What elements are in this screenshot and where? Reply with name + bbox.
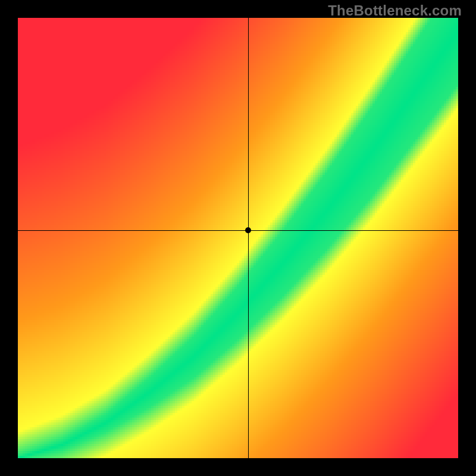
crosshair-vertical [248,18,249,458]
marker-dot [245,227,251,233]
crosshair-horizontal [18,230,458,231]
heatmap-canvas [18,18,458,458]
watermark-text: TheBottleneck.com [328,2,462,19]
plot-area [18,18,458,458]
chart-frame: TheBottleneck.com [0,0,476,476]
